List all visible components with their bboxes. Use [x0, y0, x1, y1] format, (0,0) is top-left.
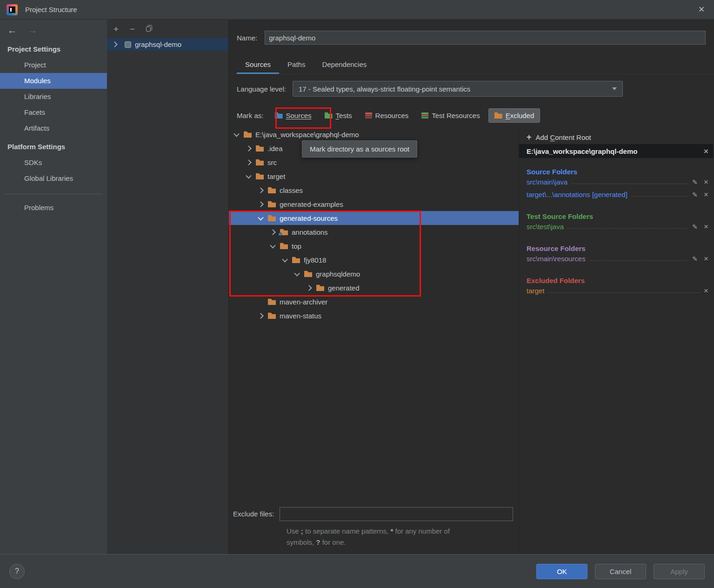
dotted-leader	[571, 184, 688, 184]
sidebar-item-facets[interactable]: Facets	[0, 105, 107, 120]
content-root-header[interactable]: E:\java_workspace\graphql-demo ×	[519, 144, 713, 158]
mark-as-test-resources-button[interactable]: Test Resources	[417, 108, 484, 123]
sidebar-item-sdks[interactable]: SDKs	[0, 155, 107, 171]
tree-row-classes[interactable]: classes	[229, 183, 519, 197]
tree-row-target[interactable]: target	[229, 169, 519, 183]
sidebar-item-artifacts[interactable]: Artifacts	[0, 120, 107, 136]
chevron-right-icon[interactable]	[270, 229, 276, 235]
help-button[interactable]: ?	[9, 564, 25, 579]
tree-row-maven-status[interactable]: maven-status	[229, 309, 519, 323]
chevron-right-icon[interactable]	[258, 187, 264, 193]
mark-as-excluded-button[interactable]: Excluded	[488, 108, 541, 123]
ok-button[interactable]: OK	[536, 564, 587, 579]
excluded-folder-link[interactable]: target	[527, 287, 544, 295]
language-level-row: Language level: 17 - Sealed types, alway…	[229, 74, 714, 103]
chevron-right-icon[interactable]	[246, 159, 252, 165]
remove-module-button[interactable]: −	[130, 25, 135, 33]
tab-bar: Sources Paths Dependencies	[229, 56, 714, 74]
add-module-button[interactable]: +	[113, 25, 119, 33]
edit-icon[interactable]: ✎	[692, 178, 698, 186]
test-source-folder-link[interactable]: src\test\java	[527, 223, 564, 231]
mark-as-label: Mark as:	[237, 112, 264, 119]
add-content-root-button[interactable]: + Add Content Root	[519, 130, 713, 144]
edit-icon[interactable]: ✎	[692, 191, 698, 198]
sidebar-item-project[interactable]: Project	[0, 57, 107, 73]
tab-sources[interactable]: Sources	[237, 56, 279, 74]
content-root-path: E:\java_workspace\graphql-demo	[527, 147, 637, 155]
source-folder-link[interactable]: target\...\annotations [generated]	[527, 191, 627, 198]
platform-settings-header: Platform Settings	[0, 136, 107, 155]
edit-icon[interactable]: ✎	[692, 255, 698, 263]
dotted-leader	[589, 260, 689, 261]
plus-icon: +	[527, 132, 532, 142]
chevron-down-icon[interactable]	[246, 172, 252, 178]
content-roots-panel: + Add Content Root E:\java_workspace\gra…	[519, 127, 713, 554]
name-input[interactable]	[265, 31, 706, 45]
tree-row-content-root[interactable]: E:\java_workspace\graphql-demo	[229, 127, 519, 141]
mark-as-tests-label: Tests	[336, 112, 352, 119]
folder-icon	[292, 257, 300, 263]
folder-icon	[256, 159, 264, 165]
mark-as-excluded-label: Excluded	[506, 112, 534, 119]
mark-as-sources-button[interactable]: Sources	[270, 108, 316, 123]
intellij-logo-icon	[7, 4, 18, 15]
module-list-item[interactable]: graphsql-demo	[107, 38, 228, 51]
resource-folder-link[interactable]: src\main\resources	[527, 255, 586, 263]
remove-icon[interactable]: ×	[704, 178, 708, 186]
tree-row-generated-sources[interactable]: generated-sources	[229, 211, 519, 225]
remove-icon[interactable]: ×	[704, 223, 708, 231]
edit-icon[interactable]: ✎	[692, 223, 698, 231]
chevron-right-icon[interactable]	[112, 41, 118, 47]
chevron-down-icon[interactable]	[294, 270, 300, 276]
dialog-footer: ? OK Cancel Apply	[0, 554, 714, 588]
forward-arrow-icon[interactable]: →	[28, 26, 37, 35]
dotted-leader	[548, 292, 700, 293]
tab-paths[interactable]: Paths	[279, 56, 314, 74]
sidebar-item-modules[interactable]: Modules	[0, 73, 107, 89]
back-arrow-icon[interactable]: ←	[7, 26, 17, 35]
chevron-right-icon[interactable]	[306, 285, 312, 291]
exclude-files-input[interactable]	[280, 507, 513, 521]
language-level-select[interactable]: 17 - Sealed types, always-strict floatin…	[293, 81, 623, 97]
tree-row-annotations[interactable]: annotations	[229, 225, 519, 239]
chevron-down-icon[interactable]	[258, 214, 264, 220]
chevron-down-icon[interactable]	[234, 131, 240, 137]
source-folder-row: target\...\annotations [generated] ✎ ×	[527, 188, 708, 201]
folder-icon	[244, 131, 252, 138]
tree-row-maven-archiver[interactable]: maven-archiver	[229, 295, 519, 309]
source-folder-link[interactable]: src\main\java	[527, 178, 567, 186]
apply-button[interactable]: Apply	[654, 564, 705, 579]
chevron-down-icon[interactable]	[282, 256, 288, 262]
sidebar-item-global-libraries[interactable]: Global Libraries	[0, 171, 107, 186]
tree-row-label: classes	[280, 186, 303, 194]
chevron-down-icon[interactable]	[270, 242, 276, 248]
sidebar-item-libraries[interactable]: Libraries	[0, 89, 107, 105]
tree-row-generated-examples[interactable]: generated-examples	[229, 197, 519, 211]
close-icon[interactable]: ✕	[689, 0, 714, 20]
remove-icon[interactable]: ×	[704, 191, 708, 198]
window-title: Project Structure	[25, 6, 77, 13]
remove-icon[interactable]: ×	[704, 287, 708, 295]
mark-as-tests-button[interactable]: Tests	[320, 108, 357, 123]
chevron-right-icon[interactable]	[258, 313, 264, 319]
chevron-right-icon[interactable]	[258, 201, 264, 207]
cancel-button[interactable]: Cancel	[595, 564, 646, 579]
sidebar-item-problems[interactable]: Problems	[0, 200, 107, 216]
tab-dependencies[interactable]: Dependencies	[314, 56, 375, 74]
remove-content-root-icon[interactable]: ×	[704, 147, 708, 155]
mark-as-resources-button[interactable]: Resources	[360, 108, 414, 123]
tree-row-label: maven-status	[280, 312, 321, 320]
tree-row-top[interactable]: top	[229, 239, 519, 253]
modules-toolbar: + −	[107, 20, 228, 38]
excluded-folder-icon	[494, 112, 502, 119]
chevron-down-icon	[612, 87, 617, 90]
copy-module-button[interactable]	[146, 25, 153, 33]
resource-folders-header: Resource Folders	[527, 240, 708, 252]
tree-row-graphsqldemo[interactable]: graphsqldemo	[229, 267, 519, 281]
test-resources-stack-icon	[421, 112, 428, 119]
remove-icon[interactable]: ×	[704, 255, 708, 263]
tree-row-generated[interactable]: generated	[229, 281, 519, 295]
tree-row-fjy8018[interactable]: fjy8018	[229, 253, 519, 267]
chevron-right-icon[interactable]	[246, 145, 252, 152]
name-row: Name:	[229, 20, 714, 56]
